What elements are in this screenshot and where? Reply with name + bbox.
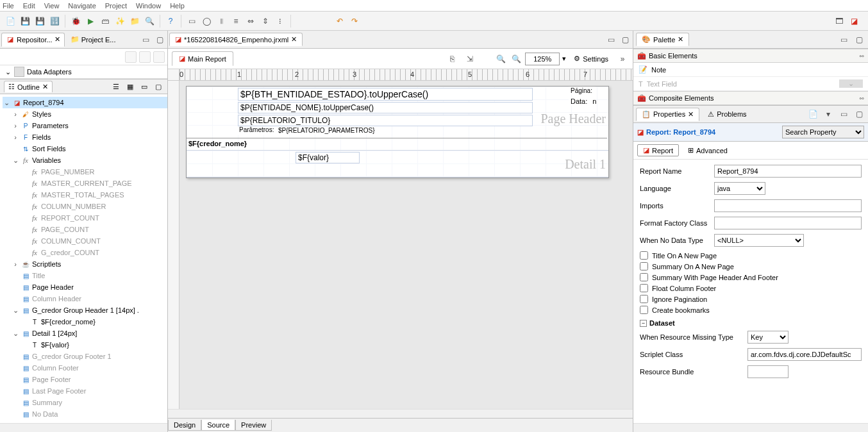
maximize-icon[interactable]: ▢ xyxy=(619,33,631,46)
select-icon[interactable]: ▭ xyxy=(185,15,198,28)
bug-icon[interactable]: 🐞 xyxy=(69,15,82,28)
tree-var[interactable]: fxPAGE_NUMBER xyxy=(3,166,167,178)
close-icon[interactable]: ✕ xyxy=(291,35,297,44)
tab-main-report[interactable]: ◪ Main Report xyxy=(172,51,233,66)
help-icon[interactable]: ? xyxy=(164,15,177,28)
menu-navigate[interactable]: Navigate xyxy=(68,2,96,10)
menu-project[interactable]: Project xyxy=(105,2,127,10)
scriptlet-class-input[interactable] xyxy=(747,348,862,361)
text-field[interactable]: $F{valor} xyxy=(296,152,360,163)
chevron-icon[interactable]: ◦◦ xyxy=(859,94,864,102)
align-icon[interactable]: ⫴ xyxy=(215,15,228,28)
when-res-missing-select[interactable]: Key xyxy=(747,331,789,344)
tree-variables[interactable]: ⌄fxVariables xyxy=(3,154,167,166)
tree-parameters[interactable]: ›PParameters xyxy=(3,120,167,131)
maximize-icon[interactable]: ▢ xyxy=(853,33,865,46)
search-property-select[interactable]: Search Property xyxy=(782,126,864,138)
tree-var[interactable]: fxCOLUMN_COUNT xyxy=(3,235,167,247)
separator-line[interactable]: $F{credor_nome} xyxy=(187,138,607,148)
scrollbar[interactable] xyxy=(633,424,868,432)
check-summary-new-page[interactable] xyxy=(640,262,648,270)
pin-icon[interactable]: 📄 xyxy=(806,108,819,120)
tree-detail[interactable]: ⌄▤Detail 1 [24px] xyxy=(3,328,167,339)
outline-tree[interactable]: ⌄◪ Report_8794 ›🖌Styles ›PParameters ›FF… xyxy=(0,94,167,423)
tree-scriptlets[interactable]: ›☕Scriptlets xyxy=(3,258,167,270)
tree-var[interactable]: fxG_credor_COUNT xyxy=(3,247,167,258)
text-field[interactable]: n xyxy=(592,97,596,105)
static-text[interactable]: Data: xyxy=(571,97,587,105)
design-canvas[interactable]: Page Header $P{BTH_ENTIDADE_ESTADO}.toUp… xyxy=(179,81,633,409)
tree-last-page-footer[interactable]: ▤Last Page Footer xyxy=(3,385,167,397)
band-detail[interactable]: Detail 1 $F{valor} xyxy=(187,151,608,178)
check-summary-header-footer[interactable] xyxy=(640,273,648,281)
tab-editor-file[interactable]: ◪ *1652208164826_Empenho.jrxml ✕ xyxy=(169,33,303,46)
tree-styles[interactable]: ›🖌Styles xyxy=(3,108,167,120)
text-field[interactable]: $P{ENTIDADE_NOME}.toUpperCase() xyxy=(238,102,533,113)
menu-icon[interactable]: ▾ xyxy=(822,108,835,120)
tree-page-footer[interactable]: ▤Page Footer xyxy=(3,374,167,385)
valign-icon[interactable]: ⇕ xyxy=(259,15,272,28)
refresh-icon[interactable] xyxy=(125,51,137,63)
chevron-icon[interactable]: ◦◦ xyxy=(859,52,864,60)
save-icon[interactable]: 💾 xyxy=(19,15,31,28)
thumb-mode-icon[interactable]: ▦ xyxy=(125,81,135,92)
check-title-new-page[interactable] xyxy=(640,251,648,260)
check-ignore-pagination[interactable] xyxy=(640,295,648,303)
zoom-in-icon[interactable]: 🔍 xyxy=(510,53,522,65)
wizard-icon[interactable]: ✨ xyxy=(113,15,126,28)
menu-view[interactable]: View xyxy=(44,2,60,10)
maximize-icon[interactable]: ▢ xyxy=(853,108,865,120)
shape-icon[interactable]: ◯ xyxy=(200,15,213,28)
toggle-icon[interactable]: 🔢 xyxy=(48,15,61,28)
scrollbar[interactable] xyxy=(168,410,633,418)
menu-file[interactable]: File xyxy=(3,2,14,10)
new-icon[interactable]: 📄 xyxy=(4,15,17,28)
justify-icon[interactable]: ≡ xyxy=(230,15,242,28)
redo-icon[interactable]: ↷ xyxy=(348,15,361,28)
menu-edit[interactable]: Edit xyxy=(23,2,35,10)
run-icon[interactable]: ▶ xyxy=(84,15,97,28)
search-icon[interactable]: 🔍 xyxy=(143,15,156,28)
tree-column-header[interactable]: ▤Column Header xyxy=(3,293,167,304)
settings-button[interactable]: ⚙ Settings xyxy=(571,53,611,64)
tree-var[interactable]: fxPAGE_COUNT xyxy=(3,224,167,235)
collapse-icon[interactable]: − xyxy=(640,320,647,327)
maximize-icon[interactable]: ▢ xyxy=(153,33,166,46)
tree-root[interactable]: ⌄◪ Report_8794 xyxy=(3,97,167,108)
check-float-column-footer[interactable] xyxy=(640,284,648,292)
save-all-icon[interactable]: 💾 xyxy=(33,15,46,28)
palette-item-note[interactable]: 📝 Note xyxy=(633,63,868,77)
report-perspective-icon[interactable]: ◪ xyxy=(847,15,860,28)
undo-icon[interactable]: ↶ xyxy=(333,15,346,28)
tree-fields[interactable]: ›FFields xyxy=(3,131,167,143)
perspective-icon[interactable]: 🗖 xyxy=(833,15,846,28)
edit-icon[interactable] xyxy=(139,51,151,63)
tree-no-data[interactable]: ▤No Data xyxy=(3,408,167,420)
minimize-icon[interactable]: ▭ xyxy=(139,81,149,92)
tab-properties[interactable]: 📋 Properties ✕ xyxy=(636,108,699,121)
zoom-select[interactable] xyxy=(525,53,560,65)
tree-var[interactable]: fxREPORT_COUNT xyxy=(3,212,167,224)
minimize-icon[interactable]: ▭ xyxy=(837,33,850,46)
tab-problems[interactable]: ⚠ Problems xyxy=(702,108,752,121)
tree-summary[interactable]: ▤Summary xyxy=(3,397,167,408)
close-icon[interactable]: ✕ xyxy=(688,110,694,119)
properties-body[interactable]: Report Name Language java Imports Format… xyxy=(633,160,868,423)
folder-icon[interactable]: 📁 xyxy=(128,15,141,28)
minimize-icon[interactable]: ▭ xyxy=(139,33,152,46)
static-text[interactable]: Página: xyxy=(569,87,596,95)
check-create-bookmarks[interactable] xyxy=(640,306,648,314)
tree-var[interactable]: fxMASTER_CURRENT_PAGE xyxy=(3,178,167,189)
palette-section-basic[interactable]: 🧰 Basic Elements ◦◦ xyxy=(633,49,868,63)
close-icon[interactable]: ✕ xyxy=(42,83,48,91)
chevron-down-icon[interactable]: ⌄ xyxy=(4,68,12,76)
chevron-down-icon[interactable]: ▾ xyxy=(562,54,566,63)
subtab-advanced[interactable]: ⊞ Advanced xyxy=(683,144,733,156)
tree-var[interactable]: fxMASTER_TOTAL_PAGES xyxy=(3,189,167,201)
tree-mode-icon[interactable]: ☰ xyxy=(111,81,121,92)
tab-palette[interactable]: 🎨 Palette ✕ xyxy=(636,33,689,46)
maximize-icon[interactable]: ▢ xyxy=(153,81,163,92)
menu-chevron-icon[interactable]: » xyxy=(616,53,629,65)
minimize-icon[interactable]: ▭ xyxy=(605,33,617,46)
text-field[interactable]: $P{RELATORIO_TITULO} xyxy=(238,115,533,126)
